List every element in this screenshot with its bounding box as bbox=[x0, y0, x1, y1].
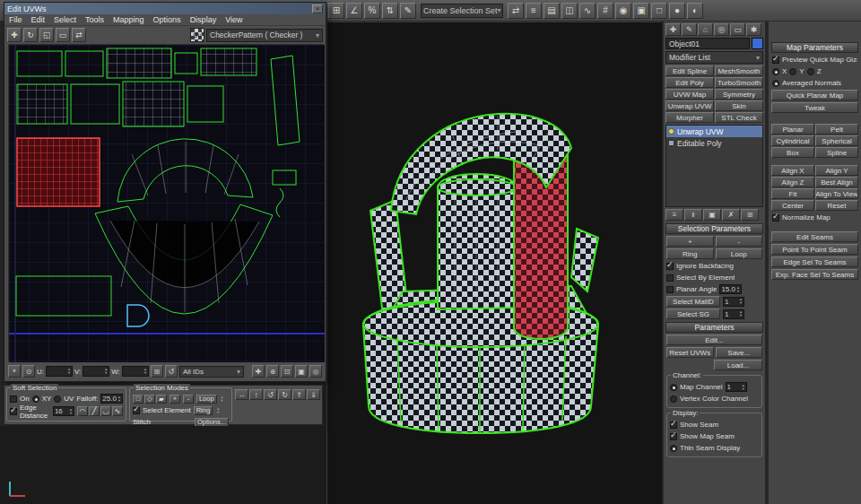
make-unique-icon[interactable]: ▣ bbox=[703, 209, 721, 221]
snap-grid-icon[interactable]: ⊞ bbox=[151, 365, 163, 378]
align-icon[interactable]: ≡ bbox=[526, 3, 542, 19]
pack-down-icon[interactable]: ⇓ bbox=[307, 389, 320, 400]
mapping-mode-button[interactable]: Spline bbox=[815, 147, 858, 158]
modifier-set-button[interactable]: Unwrap UVW bbox=[665, 100, 714, 111]
grow-selection-button[interactable]: + bbox=[666, 236, 714, 247]
tab-utilities[interactable]: ✱ bbox=[746, 23, 761, 36]
all-ids-dropdown[interactable]: All IDs ▾ bbox=[179, 366, 244, 378]
menu-item[interactable]: Select bbox=[49, 15, 81, 24]
named-selection-sets-icon[interactable]: ✎ bbox=[400, 3, 416, 19]
edge-mode-icon[interactable]: ◇ bbox=[144, 395, 155, 404]
ignore-backfacing-checkbox[interactable] bbox=[666, 263, 674, 270]
stack-item-editable-poly[interactable]: Editable Poly bbox=[666, 137, 762, 149]
viewport-3d[interactable] bbox=[326, 22, 661, 504]
ring-button[interactable]: Ring bbox=[666, 248, 714, 259]
edge-distance-checkbox[interactable] bbox=[10, 408, 17, 415]
spinner-arrows[interactable] bbox=[742, 384, 745, 391]
spinner-arrows[interactable] bbox=[216, 407, 220, 414]
quick-planar-map-button[interactable]: Quick Planar Map bbox=[771, 90, 858, 100]
align-button[interactable]: Fit bbox=[771, 188, 814, 199]
curve-editor-icon[interactable]: ∿ bbox=[579, 3, 596, 19]
show-map-icon[interactable]: UV bbox=[190, 28, 204, 42]
schematic-view-icon[interactable]: # bbox=[597, 3, 613, 19]
arrange-horizontal-icon[interactable]: ↔ bbox=[235, 389, 248, 400]
tab-hierarchy[interactable]: ⌂ bbox=[698, 23, 713, 36]
mapping-mode-button[interactable]: Cylindrical bbox=[771, 135, 814, 146]
modifier-set-button[interactable]: Edit Poly bbox=[665, 77, 714, 88]
scale-icon[interactable]: ◱ bbox=[39, 28, 54, 42]
modifier-set-button[interactable]: Edit Spline bbox=[665, 65, 714, 76]
align-button[interactable]: Align Y bbox=[815, 165, 858, 176]
falloff-slow-icon[interactable]: ◡ bbox=[100, 406, 111, 416]
edge-sel-to-seams-button[interactable]: Edge Sel To Seams bbox=[771, 256, 858, 267]
xy-radio[interactable] bbox=[32, 395, 39, 403]
spinner-arrows[interactable] bbox=[739, 310, 743, 317]
align-button[interactable]: Reset bbox=[815, 200, 858, 211]
layer-manager-icon[interactable]: ▤ bbox=[544, 3, 560, 19]
ring-uv-button[interactable]: Ring bbox=[194, 406, 213, 415]
select-matid-button[interactable]: Select MatID bbox=[666, 296, 720, 307]
spinner-arrows[interactable] bbox=[117, 395, 121, 403]
averaged-normals-radio[interactable] bbox=[772, 80, 779, 87]
zoom-extents-icon[interactable]: ▣ bbox=[295, 365, 308, 378]
edit-uvws-titlebar[interactable]: Edit UVWs × bbox=[4, 3, 326, 14]
pin-stack-icon[interactable]: ≡ bbox=[665, 209, 683, 221]
map-channel-field[interactable]: 1 bbox=[726, 382, 747, 392]
modifier-set-button[interactable]: TurboSmooth bbox=[715, 77, 763, 88]
spinner-arrows[interactable] bbox=[739, 298, 743, 305]
loop-uv-button[interactable]: Loop bbox=[196, 395, 217, 404]
spinner-snap-icon[interactable]: ⇅ bbox=[382, 3, 398, 19]
render-production-icon[interactable]: ● bbox=[669, 3, 685, 19]
spinner-arrows[interactable] bbox=[69, 408, 73, 415]
modifier-set-button[interactable]: MeshSmooth bbox=[715, 65, 763, 76]
w-field[interactable] bbox=[122, 366, 149, 377]
pack-up-icon[interactable]: ⇑ bbox=[292, 389, 306, 400]
create-selection-set-dropdown[interactable]: Create Selection Set ▾ bbox=[421, 4, 503, 18]
stack-item-unwrap-uvw[interactable]: Unwrap UVW bbox=[666, 126, 762, 137]
map-channel-radio[interactable] bbox=[670, 384, 677, 391]
modifier-set-button[interactable]: Symmetry bbox=[715, 89, 763, 100]
zoom-region-icon[interactable]: ⊡ bbox=[281, 365, 293, 378]
rollout-parameters[interactable]: Parameters bbox=[665, 322, 763, 333]
rollout-selection-parameters[interactable]: Selection Parameters bbox=[665, 223, 763, 234]
select-by-element-checkbox[interactable] bbox=[666, 274, 674, 282]
lock-selection-icon[interactable]: ⊙ bbox=[22, 365, 35, 378]
loop-button[interactable]: Loop bbox=[716, 248, 763, 259]
rotate-cw-icon[interactable]: ↻ bbox=[278, 389, 291, 400]
options-button[interactable]: Options... bbox=[195, 418, 229, 427]
axis-z-radio[interactable] bbox=[807, 68, 814, 75]
align-button[interactable]: Align X bbox=[771, 165, 814, 176]
shrink-selection-button[interactable]: - bbox=[716, 236, 763, 247]
show-end-result-icon[interactable]: ‖ bbox=[684, 209, 702, 221]
rendered-frame-icon[interactable]: □ bbox=[651, 3, 667, 19]
planar-angle-field[interactable]: 15.0 bbox=[719, 284, 742, 294]
uv-radio[interactable] bbox=[54, 395, 61, 403]
point-to-point-seam-button[interactable]: Point To Point Seam bbox=[771, 244, 858, 255]
soft-selection-on-checkbox[interactable] bbox=[10, 395, 17, 403]
mapping-mode-button[interactable]: Spherical bbox=[815, 135, 858, 146]
menu-item[interactable]: Options bbox=[149, 15, 186, 24]
edit-uvws-button[interactable]: Edit... bbox=[666, 335, 762, 345]
move-icon[interactable]: ✚ bbox=[7, 28, 22, 42]
modifier-set-button[interactable]: UVW Map bbox=[665, 89, 714, 100]
preview-quick-map-checkbox[interactable] bbox=[772, 56, 779, 64]
modifier-set-button[interactable]: STL Check bbox=[715, 112, 763, 123]
exp-face-sel-to-seams-button[interactable]: Exp. Face Sel To Seams bbox=[771, 269, 858, 280]
modifier-list-dropdown[interactable]: Modifier List ▾ bbox=[665, 51, 763, 64]
tab-display[interactable]: ▭ bbox=[730, 23, 745, 36]
align-button[interactable]: Align Z bbox=[771, 177, 814, 187]
face-mode-icon[interactable]: ▰ bbox=[156, 395, 167, 404]
edge-distance-field[interactable]: 16 bbox=[53, 406, 74, 416]
tweak-button[interactable]: Tweak bbox=[771, 102, 858, 113]
mapping-mode-button[interactable]: Pelt bbox=[815, 124, 858, 135]
scene-explorer-icon[interactable]: ◫ bbox=[561, 3, 578, 19]
rollout-map-parameters[interactable]: Map Parameters bbox=[771, 42, 858, 53]
falloff-smooth-icon[interactable]: ◠ bbox=[77, 406, 88, 416]
percent-snap-icon[interactable]: % bbox=[364, 3, 380, 19]
mirror-uv-icon[interactable]: ⇄ bbox=[72, 28, 86, 42]
arrange-vertical-icon[interactable]: ↕ bbox=[249, 389, 263, 400]
planar-angle-checkbox[interactable] bbox=[666, 286, 674, 293]
tab-modify[interactable]: ✎ bbox=[682, 23, 697, 36]
mapping-mode-button[interactable]: Planar bbox=[771, 124, 814, 135]
menu-item[interactable]: Mapping bbox=[109, 15, 149, 24]
